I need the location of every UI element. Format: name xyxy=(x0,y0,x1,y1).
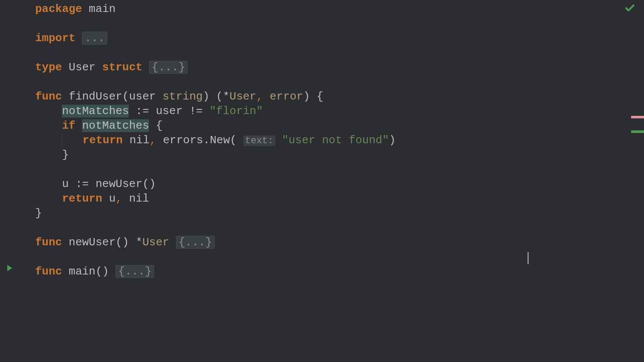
fold-ellipsis[interactable]: {...} xyxy=(149,61,188,74)
keyword-func: func xyxy=(35,236,62,249)
error-stripe-marker[interactable] xyxy=(631,130,644,133)
code-line: func findUser(user string) (*User, error… xyxy=(35,89,631,104)
string-literal: "florin" xyxy=(210,105,263,118)
fold-ellipsis[interactable]: {...} xyxy=(115,265,154,278)
code-line: } xyxy=(35,206,631,220)
fold-ellipsis[interactable]: {...} xyxy=(176,236,215,249)
var-notMatches: notMatches xyxy=(62,105,129,118)
code-line: } xyxy=(35,148,631,162)
fold-ellipsis[interactable]: ... xyxy=(82,32,107,45)
code-line: import ... xyxy=(35,31,631,45)
error-stripe-marker[interactable] xyxy=(631,116,644,118)
keyword-import: import xyxy=(35,32,76,45)
keyword-return: return xyxy=(62,192,102,205)
identifier-main: main xyxy=(89,3,115,15)
code-line: type User struct {...} xyxy=(35,60,631,75)
var-notMatches: notMatches xyxy=(82,119,149,132)
func-name: findUser xyxy=(69,90,122,103)
string-literal: "user not found" xyxy=(282,134,389,147)
code-line: func newUser() *User {...} xyxy=(35,235,631,250)
keyword-func: func xyxy=(35,265,62,278)
code-line: return u, nil xyxy=(35,191,631,206)
text-caret xyxy=(528,252,529,264)
keyword-return: return xyxy=(82,134,123,147)
code-line: if notMatches { xyxy=(35,118,631,133)
code-line: return nil, errors.New( text: "user not … xyxy=(35,133,631,148)
code-editor[interactable]: package main import ... type User struct… xyxy=(35,2,631,279)
gutter xyxy=(0,0,33,362)
run-gutter-icon[interactable] xyxy=(5,263,14,276)
code-line: package main xyxy=(35,2,631,16)
keyword-struct: struct xyxy=(102,61,143,74)
keyword-type: type xyxy=(35,61,62,74)
func-name: newUser xyxy=(69,236,115,249)
type-name: User xyxy=(69,61,95,74)
code-line: u := newUser() xyxy=(35,177,631,191)
blank-line xyxy=(35,220,631,235)
code-line: notMatches := user != "florin" xyxy=(35,104,631,118)
blank-line xyxy=(35,16,631,31)
blank-line xyxy=(35,250,631,264)
blank-line xyxy=(35,162,631,177)
inspection-ok-icon[interactable] xyxy=(624,3,635,17)
blank-line xyxy=(35,75,631,89)
keyword-package: package xyxy=(35,3,82,15)
keyword-if: if xyxy=(62,119,75,132)
keyword-func: func xyxy=(35,90,62,103)
code-line: func main() {...} xyxy=(35,264,631,279)
parameter-hint: text: xyxy=(243,136,275,146)
blank-line xyxy=(35,45,631,60)
func-name: main xyxy=(69,265,95,278)
